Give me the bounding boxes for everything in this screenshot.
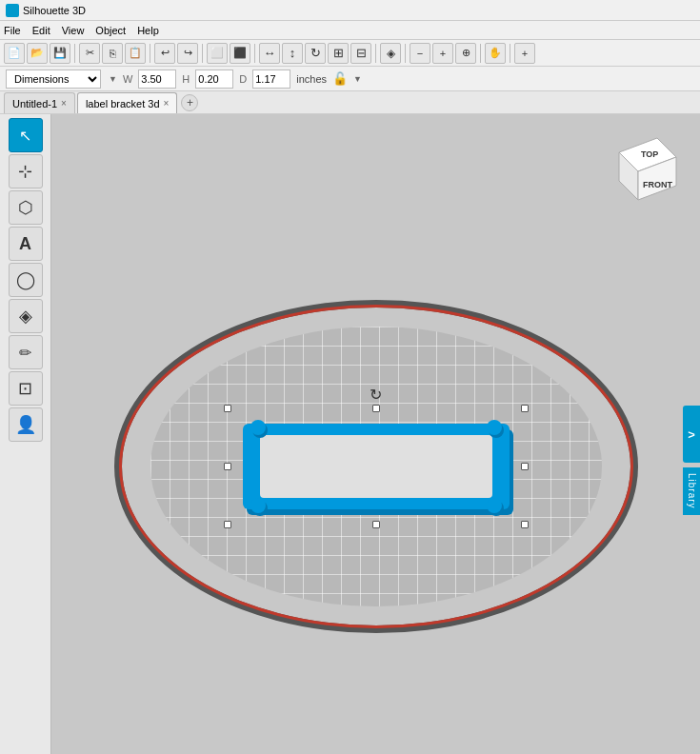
3d-object-button[interactable]: ◈ [380, 43, 401, 64]
mirror-h-button[interactable]: ↔ [259, 43, 280, 64]
w-input[interactable] [138, 69, 176, 89]
tab-label-bracket-label: label bracket 3d [86, 98, 160, 109]
zoom-out-button[interactable]: − [410, 43, 430, 64]
dims-dropdown-arrow: ▼ [109, 74, 117, 84]
handle-bm[interactable] [372, 521, 380, 528]
app-icon [6, 4, 19, 17]
menu-file[interactable]: File [4, 25, 21, 36]
save-button[interactable]: 💾 [50, 43, 70, 64]
toolbar-sep-3 [202, 44, 203, 63]
toolbar-sep-8 [510, 44, 510, 63]
bump-tr [487, 420, 502, 435]
left-toolbar: ↖ ⊹ ⬡ A ◯ ◈ ✏ ⊡ 👤 [0, 114, 51, 754]
mirror-v-button[interactable]: ↕ [282, 43, 303, 64]
paste-button[interactable]: 📋 [125, 43, 146, 64]
handle-bl[interactable] [224, 521, 231, 528]
tab-add-button[interactable]: + [181, 94, 198, 111]
dims-arrow: ▼ [353, 74, 362, 84]
fit-button[interactable]: ⊕ [455, 43, 476, 64]
handle-tm[interactable] [372, 405, 380, 412]
tab-untitled-close[interactable]: × [61, 98, 67, 109]
tool-pen[interactable]: ✏ [9, 335, 43, 369]
bump-bl [250, 498, 266, 513]
toolbar: 📄 📂 💾 ✂ ⎘ 📋 ↩ ↪ ⬜ ⬛ ↔ ↕ ↻ ⊞ ⊟ ◈ − + ⊕ ✋ … [0, 40, 700, 67]
menu-help[interactable]: Help [137, 25, 159, 36]
w-label: W [123, 73, 132, 85]
title-bar: Silhouette 3D [0, 0, 700, 21]
toolbar-sep-2 [150, 44, 150, 63]
h-label: H [182, 73, 190, 85]
library-arrow-icon: > [688, 427, 695, 442]
ungroup-button[interactable]: ⊟ [350, 43, 371, 64]
handle-lm[interactable] [224, 463, 231, 470]
svg-text:TOP: TOP [641, 149, 658, 159]
tool-select[interactable]: ↖ [9, 118, 43, 152]
menu-view[interactable]: View [62, 25, 85, 36]
library-panel-toggle[interactable]: > [683, 406, 700, 463]
rotate-button[interactable]: ↻ [305, 43, 326, 64]
view-cube-svg: TOP FRONT [605, 129, 690, 214]
bracket-inner [260, 435, 492, 498]
bump-tl [250, 420, 266, 435]
group-button[interactable]: ⊞ [328, 43, 349, 64]
toolbar-sep-1 [74, 44, 75, 63]
toolbar-sep-4 [254, 44, 255, 63]
h-input[interactable] [195, 69, 233, 89]
tool-import[interactable]: ⊡ [9, 371, 43, 406]
d-label: D [239, 73, 247, 85]
menu-bar: File Edit View Object Help [0, 21, 700, 40]
tool-person[interactable]: 👤 [9, 407, 43, 442]
platform-ellipse: ↻ [119, 305, 633, 628]
dims-bar: Dimensions ▼ W H D inches 🔓 ▼ [0, 67, 700, 91]
zoom-in-button[interactable]: + [432, 43, 453, 64]
dims-unit: inches [296, 73, 327, 85]
toolbar-sep-6 [405, 44, 406, 63]
view-cube[interactable]: TOP FRONT [605, 129, 681, 214]
tool-move[interactable]: ⊹ [9, 154, 43, 188]
select-all-button[interactable]: ⬛ [230, 43, 250, 64]
tab-bar: Untitled-1 × label bracket 3d × + [0, 91, 700, 114]
tool-extrude[interactable]: ◈ [9, 299, 43, 333]
tab-untitled-label: Untitled-1 [12, 98, 57, 109]
add-button[interactable]: + [514, 43, 535, 64]
open-button[interactable]: 📂 [27, 43, 48, 64]
dims-dropdown[interactable]: Dimensions [6, 69, 101, 89]
handle-br[interactable] [521, 521, 529, 528]
handle-tr[interactable] [521, 405, 529, 412]
lock-icon[interactable]: 🔓 [332, 71, 348, 86]
tab-untitled[interactable]: Untitled-1 × [4, 92, 75, 113]
svg-text:FRONT: FRONT [643, 180, 672, 189]
cut-button[interactable]: ✂ [79, 43, 100, 64]
app-title: Silhouette 3D [23, 5, 86, 16]
library-label[interactable]: Library [683, 467, 700, 515]
platform-container: ↻ [119, 305, 633, 628]
select-rect-button[interactable]: ⬜ [207, 43, 228, 64]
handle-tl[interactable] [224, 405, 231, 412]
menu-edit[interactable]: Edit [32, 25, 50, 36]
viewport: ↻ TOP FRONT > [51, 114, 700, 754]
tool-shape[interactable]: ◯ [9, 263, 43, 297]
d-input[interactable] [252, 69, 290, 89]
bracket-outer [243, 424, 510, 509]
new-button[interactable]: 📄 [4, 43, 25, 64]
toolbar-sep-5 [375, 44, 376, 63]
redo-button[interactable]: ↪ [177, 43, 198, 64]
bump-br [487, 498, 502, 513]
undo-button[interactable]: ↩ [154, 43, 175, 64]
menu-object[interactable]: Object [95, 25, 126, 36]
library-label-text: Library [687, 473, 697, 509]
copy-button[interactable]: ⎘ [102, 43, 123, 64]
toolbar-sep-7 [480, 44, 481, 63]
label-bracket-object[interactable]: ↻ [243, 424, 510, 509]
pan-button[interactable]: ✋ [485, 43, 506, 64]
handle-rm[interactable] [521, 463, 529, 470]
tool-cube[interactable]: ⬡ [9, 190, 43, 225]
tool-text[interactable]: A [9, 227, 43, 261]
tab-label-bracket[interactable]: label bracket 3d × [77, 92, 178, 113]
tab-label-bracket-close[interactable]: × [164, 98, 170, 109]
rotate-handle[interactable]: ↻ [370, 386, 382, 404]
canvas-area[interactable]: ↻ TOP FRONT > [51, 114, 700, 754]
main-area: ↖ ⊹ ⬡ A ◯ ◈ ✏ ⊡ 👤 [0, 114, 700, 754]
